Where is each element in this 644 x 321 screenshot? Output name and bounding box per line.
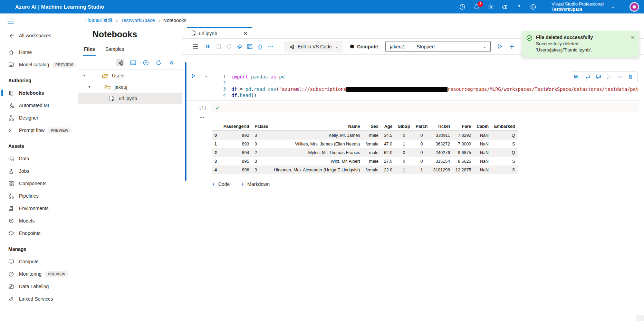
tree-file-url-ipynb[interactable]: url.ipynb [78,93,182,104]
table-cell: 0 [413,157,431,166]
panel-tabs: Files Samples [83,45,182,56]
settings-gear-icon[interactable] [487,3,494,10]
hamburger-menu-icon[interactable] [7,18,14,24]
gather-icon [605,73,613,81]
table-cell: Wirz, Mr. Albert [271,157,363,166]
sidebar-item-label: Prompt flow [19,128,45,133]
output-ellipsis[interactable]: ... [200,114,644,119]
delete-cell-icon[interactable] [626,73,635,81]
help-icon[interactable] [516,3,522,10]
sidebar-item-automated-ml[interactable]: Automated ML [0,99,78,112]
notebook-area: url.ipynb ✕ [182,27,644,321]
table-header-Ticket: Ticket [430,122,453,131]
run-all-icon[interactable] [203,41,213,52]
table-header-Cabin: Cabin [474,122,491,131]
notebook-tab-url-ipynb[interactable]: url.ipynb ✕ [187,27,252,39]
sidebar-item-designer[interactable]: Designer [0,112,78,124]
sidebar-item-label: Endpoints [19,230,40,236]
table-cell: Wilkes, Mrs. James (Ellen Needs) [271,140,363,148]
sidebar-item-label: Pipelines [19,193,39,199]
add-comment-icon[interactable] [594,73,603,81]
account-chevron-icon[interactable]: ⌄ [611,4,615,9]
menu-icon[interactable] [190,41,200,52]
sidebar-item-models[interactable]: Models [0,215,78,227]
terminal-icon[interactable]: C:\ [129,59,137,66]
refresh-icon[interactable] [155,59,162,66]
page-title: Notebooks [93,29,182,39]
clear-cell-output-icon[interactable] [584,73,592,81]
add-markdown-button[interactable]: + Markdown [241,181,270,187]
edit-in-vscode-button[interactable]: Edit in VS Code ⌄ [284,41,343,53]
sidebar-item-data[interactable]: Data [0,152,78,165]
table-cell: 0 [413,131,431,140]
table-cell: 0 [413,148,431,157]
table-cell: 315154 [430,157,453,166]
workspace-name: TestWorkSpace [551,7,604,12]
add-code-button[interactable]: + Code [212,181,230,187]
start-compute-icon[interactable] [494,41,506,53]
run-cell-icon[interactable] [187,73,200,78]
breadcrumb-link[interactable]: Hotmail 目錄 [85,17,113,23]
tree-folder-jakeuj[interactable]: ▾ jakeuj [78,81,182,93]
sidebar-item-environments[interactable]: Environments [0,202,78,215]
table-cell: 1 [413,166,431,174]
line-numbers: 1234 [213,69,226,100]
sidebar-item-notebooks[interactable]: Notebooks [0,87,78,99]
save-icon[interactable] [244,41,255,52]
table-header-index [212,122,221,131]
sidebar-item-home[interactable]: Home [0,46,78,58]
preview-badge: PREVIEW [45,271,68,277]
sidebar-item-label: Compute [19,259,39,264]
table-cell: 47.0 [381,140,395,148]
sidebar-item-compute[interactable]: Compute [0,255,78,268]
avatar[interactable] [629,2,639,12]
sidebar-item-label: All workspaces [19,33,51,38]
notebook-file-icon [191,30,196,37]
table-cell: 1 [395,166,413,174]
account-info[interactable]: Visual Studio Professional TestWorkSpace [551,1,604,12]
sidebar-item-linked-services[interactable]: Linked Services [0,293,78,305]
close-tab-icon[interactable]: ✕ [243,30,248,37]
clear-outputs-icon[interactable] [234,41,244,52]
sidebar-heading-authoring: Authoring [0,71,78,87]
sidebar-item-data-labeling[interactable]: Data Labeling [0,280,78,293]
breadcrumb-link[interactable]: TestWorkSpace [121,18,155,23]
sidebar-item-all-workspaces[interactable]: All workspaces [0,29,78,42]
table-cell: 34.5 [381,131,395,140]
tab-samples[interactable]: Samples [104,45,125,56]
convert-to-markdown-icon[interactable]: M↓ [573,73,581,81]
sidebar-item-prompt-flow[interactable]: Prompt flowPREVIEW [0,124,78,136]
sidebar-item-jobs[interactable]: Jobs [0,165,78,177]
smiley-feedback-icon[interactable] [530,3,537,10]
add-compute-icon[interactable]: + [506,41,518,53]
cell-run-options-chevron-icon[interactable]: ⌄ [200,73,213,78]
sidebar-item-endpoints[interactable]: Endpoints [0,227,78,239]
feedback-megaphone-icon[interactable] [501,3,508,10]
chevron-down-icon[interactable]: ▾ [83,73,88,78]
more-actions-icon[interactable]: ⋯ [265,41,276,52]
collapse-panel-icon[interactable] [167,59,175,66]
table-cell: 2 [252,148,271,157]
table-row: 08923Kelly, Mr. Jamesmale34.5003309117.8… [212,131,518,140]
notifications-bell-icon[interactable]: 3 [473,3,480,10]
chevron-down-icon[interactable]: ▾ [88,85,93,89]
compute-dropdown[interactable]: jakeuj1 - Stopped ⌄ [385,41,491,52]
cell-more-icon[interactable]: ⋯ [616,73,624,81]
sidebar-item-components[interactable]: Components [0,177,78,190]
toast-close-icon[interactable]: ✕ [631,35,635,53]
home-icon [8,49,14,55]
breadcrumb-separator: › [158,18,160,23]
stop-icon [213,41,224,52]
sidebar-item-monitoring[interactable]: MonitoringPREVIEW [0,268,78,280]
sidebar-item-model-catalog[interactable]: Model catalogPREVIEW [0,58,78,71]
history-icon[interactable] [459,3,466,10]
tab-files[interactable]: Files [83,45,96,56]
tree-folder-users[interactable]: ▾ Users [78,70,182,81]
panel-resize-scrollbar[interactable] [185,62,186,181]
vscode-icon[interactable] [116,59,124,66]
add-files-icon[interactable] [142,59,150,66]
sidebar-item-pipelines[interactable]: Pipelines [0,190,78,202]
add-cell-row: + Code + Markdown [212,181,644,187]
format-braces-icon[interactable]: {} [255,41,265,52]
left-sidebar: All workspacesHomeModel catalogPREVIEWAu… [0,13,78,321]
